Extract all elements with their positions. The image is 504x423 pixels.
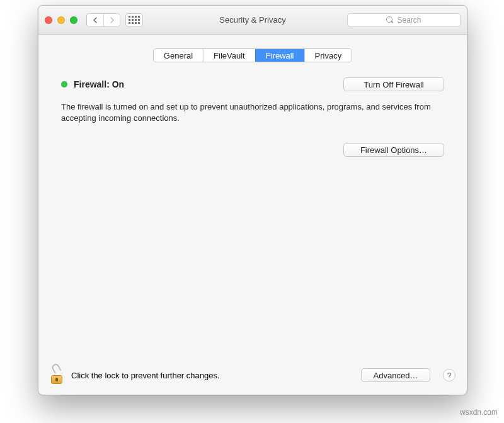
show-all-button[interactable] — [125, 13, 143, 27]
tab-general[interactable]: General — [154, 49, 203, 62]
turn-off-firewall-button[interactable]: Turn Off Firewall — [343, 77, 444, 91]
search-icon — [386, 16, 394, 24]
close-icon[interactable] — [45, 16, 52, 24]
titlebar: Security & Privacy Search — [38, 6, 467, 35]
grid-icon — [129, 16, 140, 24]
chevron-right-icon — [110, 17, 115, 23]
status-dot-icon — [61, 81, 67, 87]
minimize-icon[interactable] — [57, 16, 65, 24]
watermark: wsxdn.com — [460, 408, 498, 417]
advanced-button[interactable]: Advanced… — [361, 368, 430, 382]
search-input[interactable]: Search — [347, 13, 461, 27]
lock-hint: Click the lock to prevent further change… — [71, 371, 220, 380]
zoom-icon[interactable] — [70, 16, 77, 24]
back-button[interactable] — [87, 14, 103, 26]
window-controls — [45, 16, 77, 24]
footer: Click the lock to prevent further change… — [38, 356, 467, 395]
tab-firewall[interactable]: Firewall — [255, 49, 304, 62]
firewall-status-label: Firewall: On — [74, 79, 124, 89]
forward-button[interactable] — [103, 14, 120, 26]
tab-filevault[interactable]: FileVault — [203, 49, 255, 62]
nav-back-forward — [86, 13, 120, 27]
prefs-window: Security & Privacy Search General FileVa… — [38, 5, 467, 395]
chevron-left-icon — [93, 17, 98, 23]
tab-content: Firewall: On Turn Off Firewall The firew… — [38, 62, 467, 356]
firewall-description: The firewall is turned on and set up to … — [61, 101, 439, 124]
firewall-status-row: Firewall: On Turn Off Firewall — [61, 77, 444, 91]
tabs-row: General FileVault Firewall Privacy — [38, 35, 467, 62]
search-placeholder: Search — [397, 16, 421, 25]
lock-icon[interactable] — [50, 366, 64, 384]
tab-privacy[interactable]: Privacy — [304, 49, 352, 62]
tabs: General FileVault Firewall Privacy — [153, 48, 352, 62]
firewall-options-row: Firewall Options… — [61, 143, 444, 157]
help-button[interactable]: ? — [443, 369, 455, 381]
firewall-options-button[interactable]: Firewall Options… — [343, 143, 444, 157]
search-wrap: Search — [347, 13, 461, 27]
